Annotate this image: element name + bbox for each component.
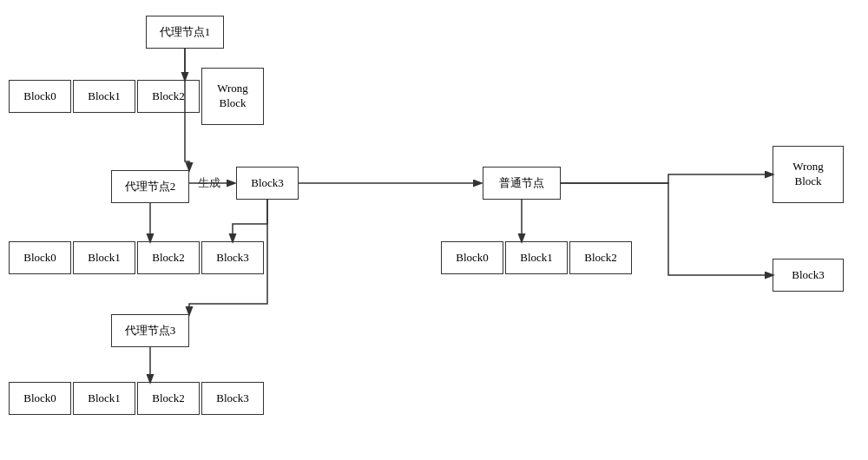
agent1-block0: Block0: [9, 80, 71, 113]
agent2-block1: Block1: [73, 241, 135, 274]
agent2-block3: Block3: [201, 241, 264, 274]
agent1-block1: Block1: [73, 80, 135, 113]
diagram: 代理节点1 Block0 Block1 Block2 WrongBlock 代理…: [0, 0, 868, 460]
block3-center: Block3: [236, 167, 299, 200]
normal-block2: Block2: [569, 241, 632, 274]
agent2-block2: Block2: [137, 241, 200, 274]
normal-block1: Block1: [505, 241, 568, 274]
normal-block0: Block0: [441, 241, 503, 274]
block3-right: Block3: [773, 259, 844, 292]
agent1-block2: Block2: [137, 80, 200, 113]
agent2-block0: Block0: [9, 241, 71, 274]
agent1-node: 代理节点1: [146, 16, 224, 49]
agent3-block3: Block3: [201, 382, 264, 415]
agent3-block0: Block0: [9, 382, 71, 415]
agent1-wrong-block: WrongBlock: [201, 68, 264, 125]
agent3-block1: Block1: [73, 382, 135, 415]
generate-label: 生成: [198, 175, 220, 191]
agent2-node: 代理节点2: [111, 170, 189, 203]
agent3-block2: Block2: [137, 382, 200, 415]
wrong-block-top-right: WrongBlock: [773, 146, 844, 203]
normal-node: 普通节点: [483, 167, 561, 200]
agent3-node: 代理节点3: [111, 314, 189, 347]
